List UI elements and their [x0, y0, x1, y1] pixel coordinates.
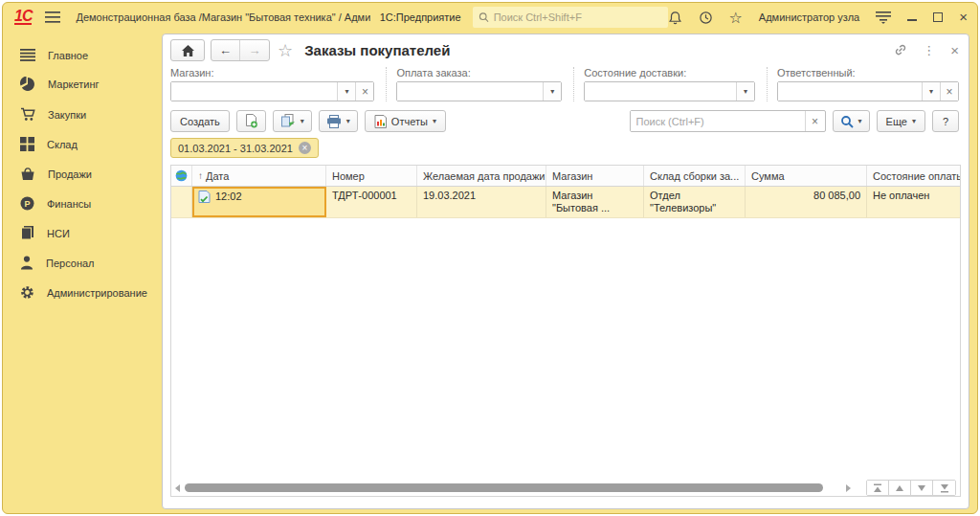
table-row[interactable]: 12:02 ТДРТ-000001 19.03.2021 Магазин "Бы… — [171, 187, 960, 218]
previous-row-button[interactable] — [889, 481, 911, 495]
list-search: × — [630, 110, 826, 132]
scrollbar-thumb[interactable] — [185, 483, 823, 492]
printer-icon — [326, 115, 342, 128]
list-search-clear-button[interactable]: × — [805, 111, 825, 131]
magnifier-icon — [840, 115, 854, 128]
advanced-search-button[interactable]: ▾ — [833, 110, 870, 132]
history-icon — [699, 11, 713, 25]
sidebar-item-glavnoe[interactable]: Главное — [3, 41, 158, 69]
filter-payment: Оплата заказа: ▾ — [396, 67, 574, 101]
scroll-left-button[interactable] — [175, 484, 180, 492]
orders-list-panel: ← → ☆ Заказы покупателей ⋮ × — [162, 34, 969, 509]
row-marker-cell[interactable] — [171, 187, 192, 217]
1c-logo: 1С — [14, 10, 32, 25]
sidebar-item-marketing[interactable]: Маркетинг — [3, 69, 158, 100]
sidebar-item-prodazhi[interactable]: Продажи — [3, 159, 158, 189]
maximize-button[interactable] — [933, 12, 943, 22]
table-header-row: ↑ Дата Номер Желаемая дата продажи Магаз… — [171, 166, 960, 187]
shop-filter-input[interactable] — [171, 82, 337, 101]
column-header-number[interactable]: Номер — [326, 166, 417, 186]
globe-icon — [175, 169, 188, 182]
responsible-filter-input[interactable] — [778, 82, 922, 101]
window-title: Демонстрационная база /Магазин "Бытовая … — [76, 11, 369, 23]
add-to-favorites-star[interactable]: ☆ — [278, 40, 293, 61]
period-filter-chip[interactable]: 01.03.2021 - 31.03.2021 × — [170, 138, 319, 158]
sidebar-item-administrirovanie[interactable]: Администрирование — [3, 278, 158, 307]
desired-date-cell[interactable]: 19.03.2021 — [417, 187, 546, 217]
more-button[interactable]: Еще ▾ — [877, 110, 925, 132]
shop-filter-dropdown-button[interactable]: ▾ — [337, 82, 355, 101]
main-menu-button[interactable] — [45, 11, 60, 23]
print-button[interactable]: ▾ — [319, 110, 358, 132]
report-icon — [374, 115, 387, 128]
amount-cell[interactable]: 80 085,00 — [746, 187, 867, 217]
create-by-copy-button[interactable] — [236, 110, 266, 132]
date-cell[interactable]: 12:02 — [192, 187, 326, 217]
delivery-state-filter-input[interactable] — [585, 82, 736, 101]
scrollbar-track[interactable] — [184, 483, 842, 492]
reports-button[interactable]: Отчеты ▾ — [365, 110, 446, 132]
next-row-button[interactable] — [911, 481, 933, 495]
menu-caret-icon — [876, 11, 891, 24]
sidebar-item-personal[interactable]: Персонал — [3, 248, 158, 278]
forward-button[interactable]: → — [240, 40, 269, 60]
payment-filter-input[interactable] — [397, 82, 543, 101]
copy-document-icon — [244, 114, 258, 128]
basket-icon — [20, 167, 35, 181]
shop-cell[interactable]: Магазин "Бытовая ... — [546, 187, 644, 217]
history-button[interactable] — [699, 11, 713, 25]
user-menu[interactable]: Администратор узла — [759, 11, 859, 23]
sidebar-item-finansy[interactable]: Р Финансы — [3, 189, 158, 218]
column-header-shop[interactable]: Магазин — [546, 166, 644, 186]
payment-state-cell[interactable]: Не оплачен — [867, 187, 960, 217]
grid-icon — [20, 137, 34, 151]
svg-text:Р: Р — [24, 199, 30, 209]
link-icon — [894, 43, 907, 56]
shop-filter-clear-button[interactable]: × — [355, 82, 373, 101]
go-to-last-row-button[interactable] — [933, 481, 955, 495]
number-cell[interactable]: ТДРТ-000001 — [326, 187, 417, 217]
gear-icon — [20, 285, 34, 300]
remove-period-filter-icon[interactable]: × — [299, 142, 311, 154]
notifications-button[interactable] — [668, 11, 682, 25]
help-button[interactable]: ? — [932, 110, 959, 132]
payment-filter-dropdown-button[interactable]: ▾ — [543, 82, 561, 101]
list-search-input[interactable] — [631, 111, 805, 131]
assembly-warehouse-cell[interactable]: Отдел "Телевизоры" — [644, 187, 746, 217]
sidebar-item-nsi[interactable]: НСИ — [3, 218, 158, 248]
responsible-filter-dropdown-button[interactable]: ▾ — [922, 82, 940, 101]
column-header-date[interactable]: ↑ Дата — [192, 166, 326, 186]
titlebar: 1С Демонстрационная база /Магазин "Бытов… — [3, 3, 977, 32]
settings-menu-button[interactable] — [876, 11, 891, 24]
home-button[interactable] — [170, 39, 205, 61]
column-header-amount[interactable]: Сумма — [746, 166, 867, 186]
menu-lines-icon — [20, 49, 35, 61]
column-header-payment-state[interactable]: Состояние оплаты — [867, 166, 960, 186]
close-window-button[interactable]: × — [959, 12, 968, 22]
go-to-first-row-button[interactable] — [867, 481, 889, 495]
cart-icon — [20, 107, 35, 122]
posted-document-icon — [198, 191, 211, 203]
column-header-desired-date[interactable]: Желаемая дата продажи — [417, 166, 546, 186]
list-toolbar: Создать ▾ ▾ Отчеты ▾ — [163, 108, 969, 136]
responsible-filter-clear-button[interactable]: × — [940, 82, 958, 101]
column-header-assembly-warehouse[interactable]: Склад сборки за... — [644, 166, 746, 186]
post-document-button[interactable]: ▾ — [273, 110, 312, 132]
favorites-button[interactable]: ☆ — [729, 9, 743, 27]
global-search[interactable] — [473, 7, 668, 28]
global-search-input[interactable] — [494, 11, 662, 23]
get-link-button[interactable] — [894, 43, 907, 58]
create-button[interactable]: Создать — [170, 110, 230, 132]
minimize-button[interactable] — [907, 13, 917, 21]
more-actions-button[interactable]: ⋮ — [923, 43, 935, 57]
stacked-docs-icon — [20, 226, 34, 240]
scroll-right-button[interactable] — [846, 484, 851, 492]
delivery-state-filter-dropdown-button[interactable]: ▾ — [736, 82, 754, 101]
close-form-button[interactable]: × — [950, 42, 959, 58]
column-header-icon[interactable] — [171, 166, 192, 186]
back-button[interactable]: ← — [212, 40, 240, 60]
sidebar-item-sklad[interactable]: Склад — [3, 129, 158, 159]
last-row-icon — [940, 483, 949, 493]
filters-row: Магазин: ▾ × Оплата заказа: ▾ — [163, 64, 969, 108]
sidebar-item-zakupki[interactable]: Закупки — [3, 100, 158, 129]
